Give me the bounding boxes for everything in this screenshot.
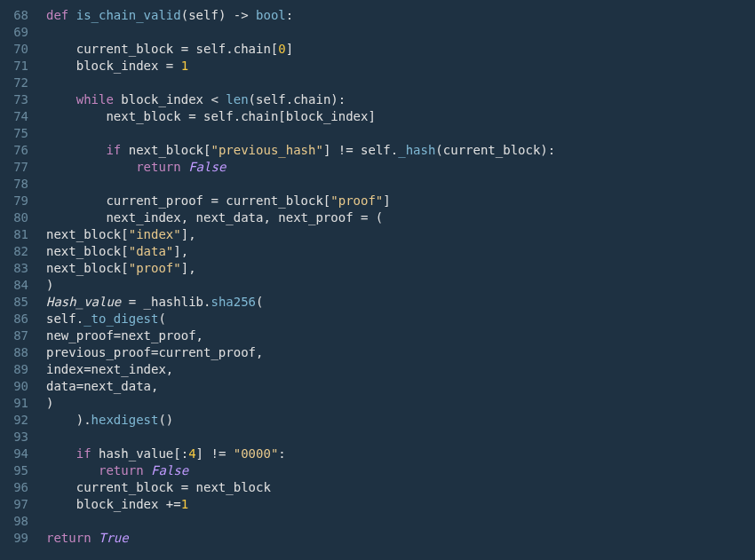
code-content: Hash_value = _hashlib.sha256( xyxy=(46,294,263,311)
line-number: 75 xyxy=(0,125,46,142)
code-line: 76 if next_block["previous_hash"] != sel… xyxy=(0,142,755,159)
code-line: 97 block_index +=1 xyxy=(0,496,755,513)
code-line: 68def is_chain_valid(self) -> bool: xyxy=(0,7,755,24)
code-line: 78 xyxy=(0,176,755,193)
code-content: if next_block["previous_hash"] != self._… xyxy=(46,142,555,159)
code-content: next_block["proof"], xyxy=(46,260,196,277)
code-content: return True xyxy=(46,530,129,547)
code-line: 74 next_block = self.chain[block_index] xyxy=(0,108,755,125)
line-number: 81 xyxy=(0,226,46,243)
code-content: current_block = self.chain[0] xyxy=(46,41,293,58)
code-line: 91) xyxy=(0,395,755,412)
code-line: 71 block_index = 1 xyxy=(0,58,755,75)
line-number: 90 xyxy=(0,378,46,395)
line-number: 74 xyxy=(0,108,46,125)
code-line: 89index=next_index, xyxy=(0,361,755,378)
line-number: 80 xyxy=(0,209,46,226)
line-number: 68 xyxy=(0,7,46,24)
code-line: 80 next_index, next_data, next_proof = ( xyxy=(0,209,755,226)
code-content: next_block["data"], xyxy=(46,243,188,260)
code-line: 98 xyxy=(0,513,755,530)
code-line: 79 current_proof = current_block["proof"… xyxy=(0,193,755,209)
code-content: current_block = next_block xyxy=(46,479,271,496)
code-line: 92 ).hexdigest() xyxy=(0,412,755,429)
code-content: def is_chain_valid(self) -> bool: xyxy=(46,7,293,24)
line-number: 88 xyxy=(0,344,46,361)
code-content: next_block = self.chain[block_index] xyxy=(46,108,376,125)
code-line: 95 return False xyxy=(0,462,755,479)
code-content: current_proof = current_block["proof"] xyxy=(46,193,391,209)
code-line: 94 if hash_value[:4] != "0000": xyxy=(0,446,755,462)
code-line: 93 xyxy=(0,429,755,446)
code-content: return False xyxy=(46,159,226,176)
code-line: 99return True xyxy=(0,530,755,547)
code-content: while block_index < len(self.chain): xyxy=(46,91,346,108)
code-content: block_index +=1 xyxy=(46,496,188,513)
line-number: 78 xyxy=(0,176,46,193)
code-line: 96 current_block = next_block xyxy=(0,479,755,496)
line-number: 98 xyxy=(0,513,46,530)
code-content: previous_proof=current_proof, xyxy=(46,344,263,361)
line-number: 96 xyxy=(0,479,46,496)
code-line: 83next_block["proof"], xyxy=(0,260,755,277)
line-number: 89 xyxy=(0,361,46,378)
code-line: 85Hash_value = _hashlib.sha256( xyxy=(0,294,755,311)
code-line: 87new_proof=next_proof, xyxy=(0,327,755,344)
line-number: 72 xyxy=(0,75,46,91)
line-number: 69 xyxy=(0,24,46,41)
code-content: data=next_data, xyxy=(46,378,158,395)
code-content: index=next_index, xyxy=(46,361,173,378)
line-number: 77 xyxy=(0,159,46,176)
line-number: 87 xyxy=(0,327,46,344)
code-content: ) xyxy=(46,395,53,412)
code-editor: 68def is_chain_valid(self) -> bool:6970 … xyxy=(0,7,755,547)
line-number: 76 xyxy=(0,142,46,159)
code-content: new_proof=next_proof, xyxy=(46,327,203,344)
line-number: 91 xyxy=(0,395,46,412)
code-content: ) xyxy=(46,277,53,294)
code-content: return False xyxy=(46,462,188,479)
code-line: 73 while block_index < len(self.chain): xyxy=(0,91,755,108)
code-content: block_index = 1 xyxy=(46,58,188,75)
line-number: 73 xyxy=(0,91,46,108)
line-number: 97 xyxy=(0,496,46,513)
code-line: 70 current_block = self.chain[0] xyxy=(0,41,755,58)
code-line: 84) xyxy=(0,277,755,294)
code-content: self._to_digest( xyxy=(46,311,166,327)
code-line: 88previous_proof=current_proof, xyxy=(0,344,755,361)
line-number: 71 xyxy=(0,58,46,75)
code-content: next_block["index"], xyxy=(46,226,196,243)
code-line: 86self._to_digest( xyxy=(0,311,755,327)
line-number: 83 xyxy=(0,260,46,277)
code-content: next_index, next_data, next_proof = ( xyxy=(46,209,383,226)
line-number: 92 xyxy=(0,412,46,429)
line-number: 70 xyxy=(0,41,46,58)
code-line: 81next_block["index"], xyxy=(0,226,755,243)
line-number: 93 xyxy=(0,429,46,446)
code-line: 90data=next_data, xyxy=(0,378,755,395)
line-number: 85 xyxy=(0,294,46,311)
line-number: 94 xyxy=(0,446,46,462)
line-number: 86 xyxy=(0,311,46,327)
line-number: 84 xyxy=(0,277,46,294)
line-number: 95 xyxy=(0,462,46,479)
code-line: 72 xyxy=(0,75,755,91)
code-line: 69 xyxy=(0,24,755,41)
line-number: 79 xyxy=(0,193,46,209)
line-number: 82 xyxy=(0,243,46,260)
code-line: 75 xyxy=(0,125,755,142)
code-content: if hash_value[:4] != "0000": xyxy=(46,446,286,462)
line-number: 99 xyxy=(0,530,46,547)
code-line: 77 return False xyxy=(0,159,755,176)
code-content: ).hexdigest() xyxy=(46,412,173,429)
code-line: 82next_block["data"], xyxy=(0,243,755,260)
